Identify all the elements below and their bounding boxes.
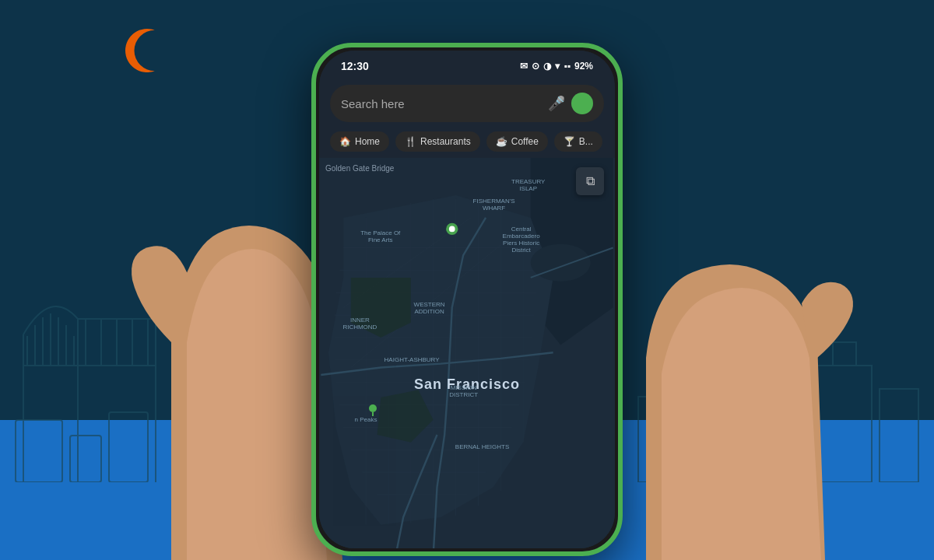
svg-point-60: [369, 404, 377, 412]
location-pin: [367, 404, 379, 416]
map-view[interactable]: Golden Gate Bridge San Francisco FISHERM…: [319, 158, 615, 548]
microphone-icon[interactable]: 🎤: [548, 95, 565, 112]
home-icon: 🏠: [339, 136, 351, 147]
status-icons: ✉ ⊙ ◑ ▾ ▪▪ 92%: [520, 61, 593, 72]
svg-rect-29: [880, 389, 918, 482]
chip-bars-label: B...: [579, 136, 593, 147]
signal-icon: ▪▪: [564, 61, 571, 72]
svg-point-56: [531, 244, 591, 282]
restaurants-icon: 🍴: [405, 136, 416, 147]
battery-text: 92%: [574, 61, 593, 72]
message-icon: ✉: [520, 61, 528, 72]
chip-restaurants[interactable]: 🍴 Restaurants: [395, 131, 480, 152]
chip-restaurants-label: Restaurants: [420, 136, 471, 147]
chip-coffee-label: Coffee: [511, 136, 539, 147]
layers-button[interactable]: ⧉: [576, 167, 604, 195]
shield-icon: ◑: [543, 61, 551, 72]
chip-coffee[interactable]: ☕ Coffee: [486, 131, 548, 152]
location-icon: ⊙: [532, 61, 539, 72]
phone: 12:30 ✉ ⊙ ◑ ▾ ▪▪ 92% Search here 🎤: [311, 43, 623, 556]
coffee-icon: ☕: [496, 136, 507, 147]
search-input[interactable]: Search here: [341, 97, 542, 110]
svg-point-58: [449, 226, 455, 233]
map-svg: [319, 158, 615, 548]
svg-rect-19: [70, 436, 101, 482]
phone-screen: 12:30 ✉ ⊙ ◑ ▾ ▪▪ 92% Search here 🎤: [319, 51, 615, 548]
bars-icon: 🍸: [564, 136, 575, 147]
status-time: 12:30: [341, 60, 369, 72]
search-bar[interactable]: Search here 🎤: [330, 85, 604, 122]
chip-home-label: Home: [355, 136, 380, 147]
moon-icon: [121, 23, 175, 78]
layers-icon: ⧉: [586, 174, 595, 188]
wifi-icon: ▾: [555, 61, 560, 72]
profile-dot[interactable]: [571, 93, 593, 114]
chip-home[interactable]: 🏠 Home: [330, 131, 389, 152]
phone-outer: 12:30 ✉ ⊙ ◑ ▾ ▪▪ 92% Search here 🎤: [311, 43, 623, 556]
quick-chips: 🏠 Home 🍴 Restaurants ☕ Coffee 🍸 B...: [319, 128, 615, 158]
chip-bars[interactable]: 🍸 B...: [554, 131, 602, 152]
status-bar: 12:30 ✉ ⊙ ◑ ▾ ▪▪ 92%: [319, 51, 615, 79]
hand-right: [630, 140, 864, 560]
